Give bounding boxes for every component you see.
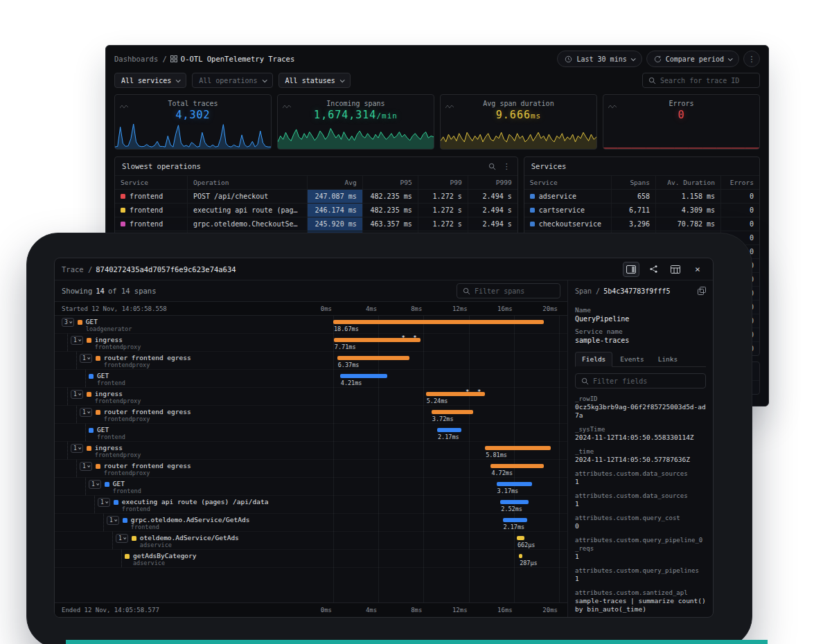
span-bar[interactable]: [485, 446, 551, 450]
span-row[interactable]: 1GETfrontend3.17ms: [55, 478, 567, 496]
table-row[interactable]: frontendgrpc.oteldemo.CheckoutService/Pl…: [115, 217, 517, 231]
filter-all-operations[interactable]: All operations: [192, 73, 272, 88]
expand-chip[interactable]: 1: [107, 516, 119, 525]
share-button[interactable]: [645, 262, 662, 277]
span-row[interactable]: getAdsByCategoryadservice287µs: [55, 550, 567, 568]
field-item[interactable]: attributes.custom.query_pipelines1: [575, 566, 706, 583]
column-header[interactable]: Service: [115, 175, 187, 189]
column-header[interactable]: Av. Duration: [655, 175, 720, 189]
expand-chip[interactable]: 1: [98, 498, 110, 507]
filter-all-statuses[interactable]: All statuses: [278, 73, 351, 88]
span-row[interactable]: 1router frontend egressfrontendproxy4.72…: [55, 460, 567, 478]
span-bar[interactable]: [333, 320, 544, 324]
span-bar[interactable]: [517, 536, 524, 540]
span-row[interactable]: 3GETloadgenerator18.67ms: [55, 316, 567, 334]
toggle-side-panel-button[interactable]: [623, 262, 639, 277]
span-bar[interactable]: [490, 464, 544, 468]
field-item[interactable]: attributes.custom.data_sources1: [575, 492, 706, 508]
trace-modal-header: Trace / 8740272435a4d7057f6e9c623e74a634…: [55, 258, 713, 280]
field-item[interactable]: attributes.custom.santized_aplsample-tra…: [575, 589, 706, 614]
span-name: ingress: [95, 444, 141, 451]
chevron-down-icon: [78, 393, 81, 395]
span-service: frontend: [122, 506, 269, 512]
field-item[interactable]: attributes.custom.query_pipeline_0_reqs1: [575, 536, 706, 561]
span-row[interactable]: GETfrontend4.21ms: [55, 370, 567, 388]
span-bar[interactable]: [497, 482, 533, 486]
trace-breadcrumb-prefix[interactable]: Trace /: [62, 265, 92, 274]
column-header[interactable]: Service: [524, 175, 611, 189]
expand-chip[interactable]: 1: [71, 336, 83, 345]
expand-chip[interactable]: 1: [89, 480, 101, 489]
filter-spans-input[interactable]: [475, 287, 554, 295]
span-tree-cell: 1GETfrontend: [89, 480, 141, 494]
column-header[interactable]: P95: [362, 175, 418, 189]
trace-modal-body: Showing14of 14 spans Started 12 Nov, 14:…: [55, 280, 713, 617]
span-row[interactable]: 1oteldemo.AdService/GetAdsadservice662µs: [55, 532, 567, 550]
span-service-label: Service name: [575, 328, 706, 335]
span-bar[interactable]: [437, 428, 461, 432]
span-service: adservice: [140, 542, 239, 548]
span-row[interactable]: 1router frontend egressfrontendproxy6.37…: [55, 352, 567, 370]
time-range-button[interactable]: Last 30 mins: [557, 51, 641, 67]
expand-chip[interactable]: 3: [62, 318, 74, 327]
table-view-button[interactable]: [667, 262, 684, 277]
expand-chip[interactable]: 1: [80, 354, 92, 363]
field-item[interactable]: _rowID0cz5kg3brb9ag-06f2f85725003d5d-ad7…: [575, 395, 706, 420]
column-header[interactable]: Operation: [187, 175, 307, 189]
tab-fields[interactable]: Fields: [575, 352, 612, 367]
table-row[interactable]: cartservice6,7114.309 ms0: [524, 203, 759, 217]
span-row[interactable]: 1ingressfrontendproxy7.71ms* *: [55, 334, 567, 352]
span-name: ingress: [95, 336, 141, 343]
span-row[interactable]: 1router frontend egressfrontendproxy3.72…: [55, 406, 567, 424]
filter-fields-input[interactable]: [593, 377, 700, 385]
span-row[interactable]: 1ingressfrontendproxy5.24ms* *: [55, 388, 567, 406]
field-item[interactable]: _time2024-11-12T14:05:50.57787636Z: [575, 447, 706, 464]
column-header[interactable]: Errors: [720, 175, 759, 189]
column-header[interactable]: P99: [418, 175, 468, 189]
span-row[interactable]: 1executing api route (pages) /api/datafr…: [55, 496, 567, 514]
breadcrumb-prefix[interactable]: Dashboards /: [114, 55, 167, 63]
chevron-down-icon: [262, 78, 267, 82]
field-item[interactable]: attributes.custom.data_sources1: [575, 469, 706, 486]
span-bar[interactable]: [503, 518, 527, 522]
span-bar[interactable]: [500, 500, 529, 504]
copy-icon[interactable]: [698, 287, 706, 295]
span-name: ingress: [95, 390, 141, 397]
axis-tick-label: 4ms: [353, 305, 377, 312]
tab-events[interactable]: Events: [614, 352, 650, 366]
search-icon[interactable]: [488, 163, 496, 170]
table-row[interactable]: checkoutservice3,29670.782 ms0: [524, 217, 759, 231]
tab-links[interactable]: Links: [652, 352, 684, 366]
table-row[interactable]: adservice6581.158 ms0: [524, 189, 759, 203]
span-row[interactable]: 1ingressfrontendproxy5.81ms: [55, 442, 567, 460]
expand-chip[interactable]: 1: [80, 408, 92, 417]
expand-chip[interactable]: 1: [116, 534, 128, 543]
column-header[interactable]: P999: [468, 175, 517, 189]
column-header[interactable]: Avg: [307, 175, 362, 189]
field-item[interactable]: attributes.custom.query_cost0: [575, 514, 706, 530]
field-item[interactable]: _sysTime2024-11-12T14:05:50.558330114Z: [575, 425, 706, 442]
field-value: 0: [575, 522, 706, 530]
span-row[interactable]: 1grpc.oteldemo.AdService/GetAdsfrontend2…: [55, 514, 567, 532]
span-duration-label: 5.81ms: [486, 451, 507, 458]
span-row[interactable]: GETfrontend2.17ms: [55, 424, 567, 442]
waterfall-subheader: Showing14of 14 spans: [55, 280, 567, 301]
span-bar[interactable]: [519, 554, 522, 558]
chevron-down-icon: [339, 78, 344, 82]
trace-id-search-input[interactable]: [660, 77, 754, 84]
dashboard-menu-button[interactable]: ⋮: [743, 51, 760, 67]
table-row[interactable]: frontendexecuting api route (pages) /api…: [115, 203, 517, 217]
column-header[interactable]: Spans: [611, 175, 655, 189]
kebab-menu-icon[interactable]: ⋮: [503, 162, 511, 171]
table-row[interactable]: frontendPOST /api/checkout247.087 ms482.…: [115, 189, 517, 203]
span-bar[interactable]: [337, 356, 409, 360]
close-icon[interactable]: ×: [689, 262, 706, 277]
span-bar[interactable]: [340, 374, 388, 378]
expand-chip[interactable]: 1: [71, 444, 83, 453]
filter-all-services[interactable]: All services: [114, 73, 186, 88]
span-bar[interactable]: [432, 410, 474, 414]
compare-period-button[interactable]: Compare period: [646, 51, 739, 67]
expand-chip[interactable]: 1: [71, 390, 83, 399]
trace-start-time: Started 12 Nov, 14:05:58.558: [62, 305, 167, 312]
expand-chip[interactable]: 1: [80, 462, 92, 471]
